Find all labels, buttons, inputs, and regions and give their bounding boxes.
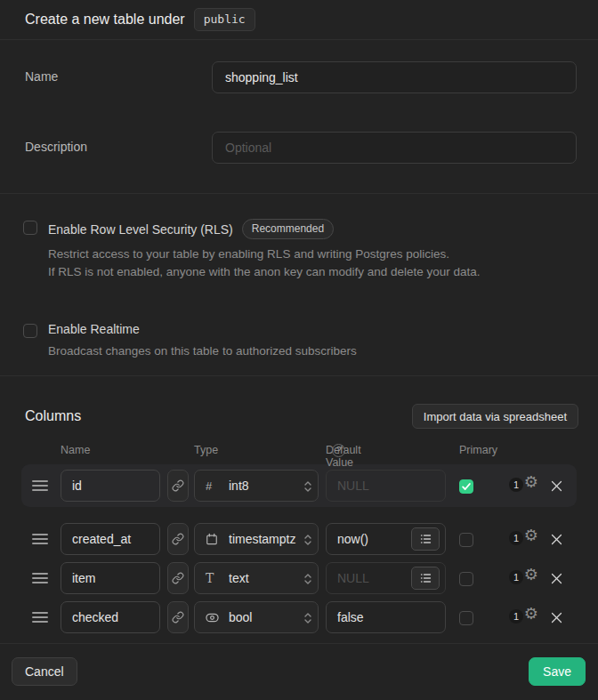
- list-icon: [420, 534, 432, 544]
- settings-count-badge: 1: [509, 570, 523, 584]
- column-type-select[interactable]: T text: [194, 562, 319, 594]
- column-settings-button[interactable]: 1 ⚙: [509, 530, 538, 548]
- chevron-updown-icon: [304, 573, 311, 585]
- rls-label: Enable Row Level Security (RLS): [48, 222, 233, 237]
- column-type-select[interactable]: bool: [194, 601, 319, 633]
- close-icon: [551, 573, 562, 584]
- column-row-id: # int8 NULL 1 ⚙: [21, 464, 577, 507]
- column-type-value: bool: [229, 610, 311, 624]
- rls-toggle-row: Enable Row Level Security (RLS) Recommen…: [23, 219, 573, 281]
- column-row-checked: bool false 1 ⚙: [0, 598, 598, 637]
- dialog-footer: Cancel Save: [0, 644, 598, 700]
- drag-handle-icon[interactable]: [32, 573, 48, 583]
- column-name-input[interactable]: [61, 523, 160, 555]
- foreign-key-button[interactable]: [167, 601, 189, 633]
- column-row-item: T text NULL 1 ⚙: [0, 559, 598, 598]
- header-name: Name: [61, 444, 90, 456]
- chevron-updown-icon: [304, 612, 311, 624]
- description-form-row: Description: [25, 132, 577, 164]
- column-default-field[interactable]: NULL: [326, 562, 446, 594]
- realtime-label-line: Enable Realtime: [48, 322, 357, 336]
- remove-column-button[interactable]: [549, 610, 564, 625]
- dialog-title: Create a new table under: [25, 12, 185, 28]
- column-default-field[interactable]: now(): [326, 523, 446, 555]
- default-value: now(): [337, 532, 411, 546]
- foreign-key-button[interactable]: [167, 470, 189, 502]
- schema-badge: public: [194, 8, 255, 31]
- settings-count-badge: 1: [509, 609, 523, 624]
- drag-handle-icon[interactable]: [32, 612, 48, 623]
- chevron-updown-icon: [304, 480, 311, 493]
- realtime-label: Enable Realtime: [48, 322, 140, 336]
- column-settings-button[interactable]: 1 ⚙: [509, 477, 538, 495]
- foreign-key-button[interactable]: [167, 523, 189, 555]
- primary-checkbox[interactable]: [459, 479, 473, 494]
- link-icon: [172, 572, 184, 584]
- realtime-body: Enable Realtime Broadcast changes on thi…: [48, 322, 357, 360]
- name-form-row: Name: [25, 61, 577, 93]
- settings-count-badge: 1: [509, 531, 523, 545]
- column-type-select[interactable]: timestamptz: [194, 523, 319, 555]
- description-label: Description: [25, 132, 212, 164]
- remove-column-button[interactable]: [549, 479, 564, 494]
- rls-description-line2: If RLS is not enabled, anyone with the a…: [48, 263, 481, 281]
- link-icon: [172, 533, 184, 545]
- list-icon: [420, 573, 432, 583]
- column-type-value: int8: [229, 479, 311, 493]
- help-circle-icon[interactable]: ?: [332, 444, 345, 457]
- column-row-created-at: timestamptz now() 1 ⚙: [0, 519, 598, 559]
- columns-title: Columns: [25, 408, 81, 424]
- drag-handle-icon[interactable]: [32, 480, 48, 491]
- column-default-field[interactable]: false: [326, 601, 446, 633]
- primary-checkbox[interactable]: [459, 611, 473, 625]
- name-label: Name: [25, 61, 212, 93]
- save-button[interactable]: Save: [529, 657, 586, 686]
- link-icon: [172, 479, 184, 492]
- primary-checkbox[interactable]: [459, 533, 473, 547]
- column-name-input[interactable]: [61, 470, 160, 502]
- link-icon: [172, 611, 184, 624]
- rls-description-line1: Restrict access to your table by enablin…: [48, 245, 481, 263]
- header-primary: Primary: [459, 444, 497, 456]
- rls-description: Restrict access to your table by enablin…: [48, 245, 481, 281]
- import-spreadsheet-button[interactable]: Import data via spreadsheet: [412, 404, 578, 429]
- columns-head: Columns Import data via spreadsheet: [0, 404, 598, 429]
- close-icon: [551, 612, 562, 624]
- rls-checkbox[interactable]: [23, 221, 37, 235]
- gear-icon: ⚙: [524, 566, 538, 583]
- drag-handle-icon[interactable]: [32, 534, 48, 544]
- column-settings-button[interactable]: 1 ⚙: [509, 608, 538, 626]
- default-suggestions-button[interactable]: [411, 527, 440, 551]
- realtime-checkbox[interactable]: [23, 324, 37, 338]
- column-name-input[interactable]: [61, 562, 160, 594]
- columns-section: Columns Import data via spreadsheet Name…: [0, 376, 598, 644]
- text-icon: T: [206, 571, 222, 585]
- column-type-select[interactable]: # int8: [194, 470, 319, 502]
- table-name-input[interactable]: [212, 61, 577, 93]
- remove-column-button[interactable]: [549, 532, 564, 547]
- column-default-field[interactable]: NULL: [326, 470, 446, 502]
- calendar-icon: [206, 533, 222, 545]
- column-rows: # int8 NULL 1 ⚙: [0, 464, 598, 637]
- rls-body: Enable Row Level Security (RLS) Recommen…: [48, 219, 481, 281]
- columns-table-headers: Name Type Default Value ? Primary: [0, 444, 598, 456]
- column-name-input[interactable]: [61, 601, 160, 633]
- column-type-value: text: [229, 571, 311, 585]
- default-placeholder: NULL: [337, 571, 411, 585]
- default-suggestions-button[interactable]: [411, 567, 440, 590]
- gear-icon: ⚙: [524, 473, 538, 491]
- close-icon: [551, 534, 562, 545]
- realtime-toggle-row: Enable Realtime Broadcast changes on thi…: [23, 322, 573, 360]
- table-description-input[interactable]: [212, 132, 577, 164]
- rls-label-line: Enable Row Level Security (RLS) Recommen…: [48, 219, 481, 239]
- column-settings-button[interactable]: 1 ⚙: [509, 569, 538, 587]
- remove-column-button[interactable]: [549, 571, 564, 586]
- check-icon: [461, 481, 472, 492]
- options-section: Enable Row Level Security (RLS) Recommen…: [0, 194, 598, 376]
- foreign-key-button[interactable]: [167, 562, 189, 594]
- primary-checkbox[interactable]: [459, 572, 473, 586]
- gear-icon: ⚙: [524, 605, 538, 623]
- close-icon: [551, 480, 562, 492]
- header-type: Type: [194, 444, 218, 456]
- cancel-button[interactable]: Cancel: [12, 657, 77, 686]
